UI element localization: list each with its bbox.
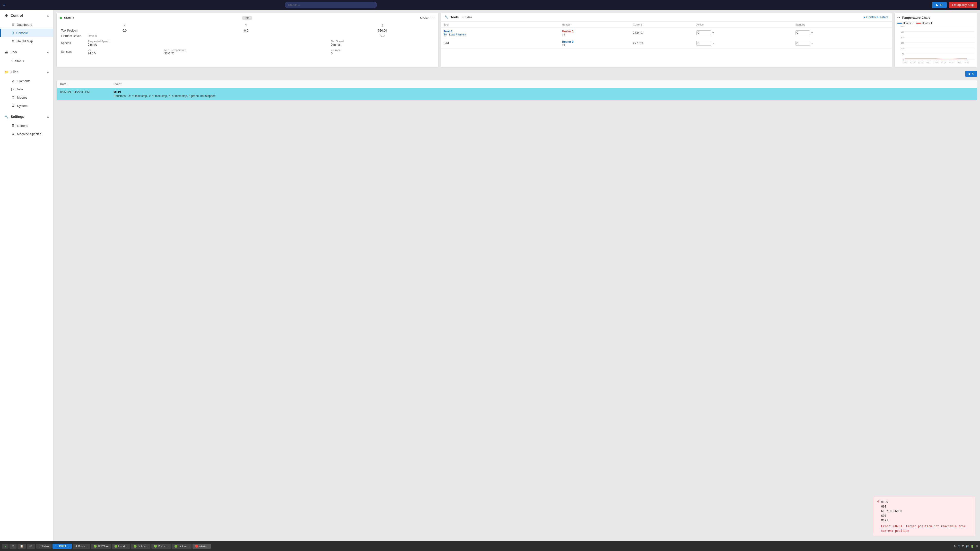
taskbar-display-icon: 🖥 xyxy=(975,545,978,548)
active-1[interactable]: ▼ xyxy=(694,38,793,49)
sidebar-settings-label: Settings xyxy=(11,115,24,119)
sidebar-item-macros[interactable]: ⚙ Macros xyxy=(0,93,53,102)
status-dot xyxy=(60,17,62,19)
status-table: X Y Z Tool Position 0.0 0.0 520.00 xyxy=(60,23,435,56)
sensors-row: Sensors Vin 24.0 V MCU Temperature 33.0 … xyxy=(60,48,435,56)
sidebar-item-height-map[interactable]: ≋ Height Map xyxy=(0,37,53,45)
chart-line-icon: 〜 xyxy=(897,15,900,20)
sensors-label: Sensors xyxy=(60,48,86,56)
sidebar-item-filaments[interactable]: ⊘ Filaments xyxy=(0,77,53,85)
sidebar-item-console-label: Console xyxy=(16,31,28,35)
search-input[interactable] xyxy=(285,2,377,8)
taskbar-item-tlm[interactable]: ↕ TLM — xyxy=(36,544,51,549)
taskbar-item-dot[interactable]: ● xyxy=(2,544,8,549)
taskbar-item-linus[interactable]: 🟢 linus4... xyxy=(112,544,130,549)
taskbar-windows-icon: ⊞ xyxy=(962,545,964,548)
sidebar-job-header[interactable]: 🖨 Job ▲ xyxy=(0,47,53,57)
taskbar-item-2[interactable]: 📋 xyxy=(18,544,26,549)
x-value: 0.0 xyxy=(86,28,163,33)
sidebar-item-macros-label: Macros xyxy=(17,96,27,99)
heater1-legend-label: Heater 1 xyxy=(922,22,932,25)
sidebar-item-status[interactable]: ℹ Status xyxy=(0,57,53,65)
svg-text:23:25: 23:25 xyxy=(957,61,961,64)
main-layout: ⚙ Control ▲ ⊞ Dashboard ⟨⟩ Console ≋ Hei… xyxy=(0,10,980,541)
sidebar-item-status-label: Status xyxy=(15,59,24,63)
sidebar-files-section: 📁 Files ▲ ⊘ Filaments ▷ Jobs ⚙ Macros ⚙ … xyxy=(0,66,53,111)
standby-1-input[interactable] xyxy=(795,41,810,46)
tools-table: Tool Heater Current Active Standby Tool … xyxy=(441,22,892,49)
control-heaters-button[interactable]: ● Control Heaters xyxy=(863,15,888,19)
run-button[interactable]: ▶ ⚙ xyxy=(932,2,947,8)
status-panel: Status Idle Mode: FFF X Y Z xyxy=(56,13,439,68)
table-row: Tool 0 T0 - Load Filament Heater 1 off 2… xyxy=(441,28,892,38)
sidebar-item-general-label: General xyxy=(17,124,28,127)
drive-0-value: 0.0 xyxy=(329,33,436,39)
standby-0[interactable]: ▼ xyxy=(793,28,892,38)
standby-0-input[interactable] xyxy=(795,30,810,35)
height-map-icon: ≋ xyxy=(11,39,14,43)
current-1: 27.1 °C xyxy=(630,38,694,49)
sidebar-settings-section: 🔧 Settings ▲ ☰ General ⚙ Machine-Specifi… xyxy=(0,111,53,139)
svg-text:23:21: 23:21 xyxy=(926,61,931,64)
taskbar-item-tevo[interactable]: 🟢 TEVO — xyxy=(91,544,111,549)
sidebar-item-console[interactable]: ⟨⟩ Console xyxy=(0,29,53,37)
sidebar-item-jobs[interactable]: ▷ Jobs xyxy=(0,85,53,93)
jobs-icon: ▷ xyxy=(11,87,14,91)
sidebar-item-machine-specific[interactable]: ⚙ Machine-Specific xyxy=(0,130,53,138)
search-bar[interactable] xyxy=(285,2,377,8)
svg-text:23:22: 23:22 xyxy=(934,61,938,64)
machine-specific-icon: ⚙ xyxy=(11,132,14,136)
log-event-name: M119 xyxy=(113,91,974,94)
sidebar-item-machine-specific-label: Machine-Specific xyxy=(17,132,41,136)
filaments-icon: ⊘ xyxy=(11,79,14,83)
standby-1[interactable]: ▼ xyxy=(793,38,892,49)
date-header: Date ↓ xyxy=(60,83,113,86)
error-message: Error: G0/G1: target position not reacha… xyxy=(881,524,971,533)
taskbar-item-vlc[interactable]: 🟢 VLC m... xyxy=(151,544,171,549)
sidebar-settings-header[interactable]: 🔧 Settings ▲ xyxy=(0,112,53,121)
svg-text:250: 250 xyxy=(901,30,904,33)
z-probe-cell: Z-Probe 0 xyxy=(329,48,436,56)
th-standby: Standby xyxy=(793,22,892,28)
emergency-stop-button[interactable]: Emergency Stop xyxy=(949,2,977,8)
taskbar-item-downl[interactable]: ⬇ Downl... xyxy=(73,544,90,549)
top-row: Status Idle Mode: FFF X Y Z xyxy=(56,13,977,68)
standby-0-arrow: ▼ xyxy=(811,32,813,34)
col-header-empty xyxy=(60,23,86,28)
active-0-input[interactable] xyxy=(696,30,711,35)
sidebar-item-general[interactable]: ☰ General xyxy=(0,121,53,130)
speeds-row: Speeds Requested Speed 0 mm/s Top Speed … xyxy=(60,39,435,48)
active-1-arrow: ▼ xyxy=(712,42,714,45)
green-dot-icon: ● xyxy=(5,545,6,548)
tools-panel: 🔧 Tools + Extra ● Control Heaters Tool H… xyxy=(441,13,892,68)
heater1-swatch xyxy=(916,22,921,24)
status-header: Status Idle Mode: FFF xyxy=(60,16,435,20)
send-button[interactable]: ▶ S xyxy=(965,71,977,77)
tool-bed-name: Bed xyxy=(441,38,560,49)
th-active: Active xyxy=(694,22,793,28)
taskbar-item-w4u7t[interactable]: 🔴 w4u7t... xyxy=(192,544,211,549)
log-event-content: M119 Endstops - X: at max stop, Y: at ma… xyxy=(113,91,974,98)
taskbar-item-picture1[interactable]: 🟢 Picture... xyxy=(131,544,150,549)
page-header: ≡ ▶ ⚙ Emergency Stop xyxy=(0,0,980,10)
taskbar-item-picture2[interactable]: 🟢 Picture... xyxy=(172,544,191,549)
sidebar-item-dashboard[interactable]: ⊞ Dashboard xyxy=(0,21,53,29)
error-icon: ⊘ xyxy=(877,500,880,503)
sidebar-item-system[interactable]: ⚙ System xyxy=(0,102,53,110)
send-label: S xyxy=(972,72,974,76)
th-tool: Tool xyxy=(441,22,560,28)
col-header-y: Y xyxy=(163,23,329,28)
taskbar-battery-icon: 🔋 xyxy=(970,545,974,548)
active-1-input[interactable] xyxy=(696,41,711,46)
svg-text:200: 200 xyxy=(901,36,904,39)
header-buttons: ▶ ⚙ Emergency Stop xyxy=(932,2,977,8)
sidebar-files-header[interactable]: 📁 Files ▲ xyxy=(0,67,53,77)
current-0: 27.9 °C xyxy=(630,28,694,38)
top-speed: Top Speed 0 mm/s xyxy=(329,39,436,48)
active-0[interactable]: ▼ xyxy=(694,28,793,38)
sidebar-item-height-map-label: Height Map xyxy=(17,39,33,43)
taskbar-item-1[interactable]: ⊙ xyxy=(10,544,16,549)
taskbar-item-3[interactable]: 🎮 xyxy=(27,544,35,549)
sidebar-control-header[interactable]: ⚙ Control ▲ xyxy=(0,11,53,21)
taskbar-item-duet[interactable]: 🔵 DUET ... xyxy=(52,544,72,549)
